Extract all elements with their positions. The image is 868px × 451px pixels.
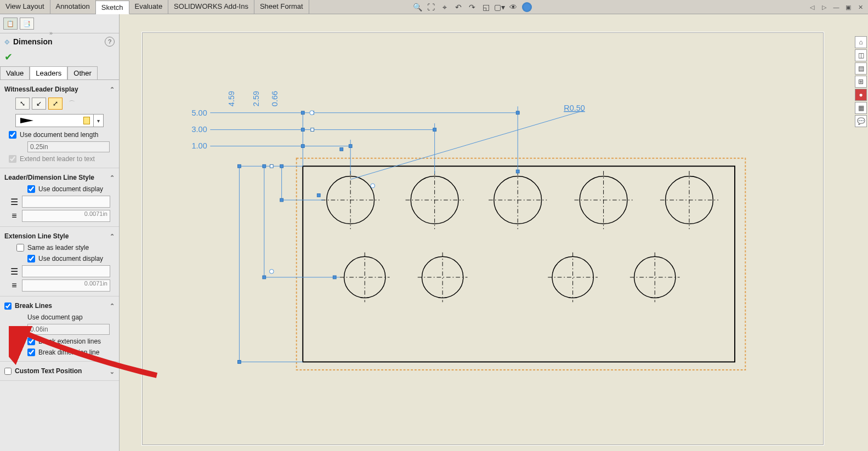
dim-5[interactable]: 5.00 bbox=[192, 109, 207, 117]
lineweight-icon: ≡ bbox=[9, 210, 20, 221]
zoom-area-icon[interactable]: ⛶ bbox=[425, 1, 437, 13]
rotate-icon[interactable]: ↶ bbox=[452, 1, 464, 13]
use-doc-gap-checkbox[interactable]: Use document gap bbox=[4, 312, 115, 323]
ext-lineweight-select: 0.0071in bbox=[22, 279, 110, 292]
bend-length-checkbox[interactable]: Use document bend length bbox=[4, 129, 115, 140]
help-icon[interactable]: ? bbox=[105, 37, 115, 47]
panel-title: Dimension bbox=[13, 37, 101, 46]
dim-v459[interactable]: 4.59 bbox=[227, 91, 236, 106]
svg-rect-53 bbox=[263, 276, 266, 279]
config-tree-icon[interactable]: 📑 bbox=[20, 18, 34, 30]
section-ext-style-header[interactable]: Extension Line Style⌃ bbox=[4, 230, 115, 242]
property-manager: » 📋 📑 ⟐ Dimension ? ✔ Value Leaders Othe… bbox=[0, 14, 120, 451]
section-view-icon[interactable]: ◱ bbox=[480, 1, 492, 13]
custom-props-icon[interactable]: ▦ bbox=[855, 102, 867, 114]
svg-rect-0 bbox=[297, 158, 746, 370]
svg-point-65 bbox=[269, 269, 274, 273]
ok-icon[interactable]: ✔ bbox=[0, 50, 119, 64]
view-palette-icon[interactable]: ⊞ bbox=[855, 76, 867, 88]
svg-rect-54 bbox=[280, 164, 283, 168]
linetype-select bbox=[22, 196, 110, 208]
svg-rect-55 bbox=[280, 198, 283, 202]
drawing-view: 5.00 3.00 1.00 R0.50 4.59 2.59 0.66 bbox=[142, 32, 824, 445]
panel-sub-tabs: Value Leaders Other bbox=[0, 66, 119, 80]
break-ext-checkbox[interactable]: Break extension lines bbox=[4, 336, 115, 347]
extend-bent-checkbox: Extend bent leader to text bbox=[4, 153, 115, 164]
minimize-icon[interactable]: — bbox=[831, 2, 842, 13]
library-icon[interactable]: ◫ bbox=[855, 49, 867, 61]
ext-linetype-select bbox=[22, 265, 110, 277]
same-as-leader-checkbox[interactable]: Same as leader style bbox=[4, 242, 115, 253]
section-leader-style-header[interactable]: Leader/Dimension Line Style⌃ bbox=[4, 172, 115, 184]
dim-r[interactable]: R0.50 bbox=[564, 104, 585, 112]
dimension-icon: ⟐ bbox=[4, 37, 10, 47]
svg-rect-45 bbox=[516, 111, 519, 115]
svg-rect-57 bbox=[317, 193, 320, 197]
hide-show-icon[interactable]: 👁 bbox=[507, 1, 519, 13]
section-custom-text-header[interactable]: Custom Text Position⌃ bbox=[4, 365, 115, 377]
svg-rect-60 bbox=[311, 128, 314, 132]
zoom-select-icon[interactable]: ⌖ bbox=[439, 1, 451, 13]
bend-length-field bbox=[27, 141, 110, 152]
feature-tree-icon[interactable]: 📋 bbox=[3, 18, 18, 30]
dim-v259[interactable]: 2.59 bbox=[252, 91, 260, 106]
subtab-leaders[interactable]: Leaders bbox=[30, 66, 67, 79]
dim-1[interactable]: 1.00 bbox=[192, 141, 207, 150]
lineweight-select: 0.0071in bbox=[22, 210, 110, 222]
forum-icon[interactable]: 💬 bbox=[855, 115, 867, 127]
resources-icon[interactable]: ▤ bbox=[855, 62, 867, 75]
section-break-lines-header[interactable]: Break Lines⌃ bbox=[4, 300, 115, 312]
svg-rect-52 bbox=[263, 164, 266, 168]
svg-rect-46 bbox=[301, 128, 304, 132]
tab-sheet-format[interactable]: Sheet Format bbox=[254, 0, 309, 14]
svg-rect-49 bbox=[349, 145, 352, 148]
subtab-other[interactable]: Other bbox=[67, 66, 98, 79]
leader-use-doc-checkbox[interactable]: Use document display bbox=[4, 184, 115, 195]
expand-handle-icon[interactable]: » bbox=[49, 30, 53, 36]
drawing-canvas[interactable]: 5.00 3.00 1.00 R0.50 4.59 2.59 0.66 ⌂ ◫ … bbox=[120, 14, 868, 451]
ext-linetype-icon: ☰ bbox=[9, 266, 20, 277]
window-controls: ◁ ▷ — ▣ ✕ bbox=[807, 0, 866, 14]
ext-use-doc-checkbox[interactable]: Use document display bbox=[4, 253, 115, 264]
svg-rect-48 bbox=[301, 145, 304, 148]
display-style-icon[interactable]: ▢▾ bbox=[493, 1, 506, 13]
viewport-toolbar: 🔍 ⛶ ⌖ ↶ ↷ ◱ ▢▾ 👁 bbox=[411, 0, 533, 14]
window-prev-icon[interactable]: ◁ bbox=[807, 2, 818, 13]
leader-none-icon[interactable]: ⤢ bbox=[48, 98, 63, 110]
drawing-sheet: 5.00 3.00 1.00 R0.50 4.59 2.59 0.66 bbox=[141, 32, 824, 446]
appearance-icon[interactable] bbox=[521, 1, 533, 13]
tab-evaluate[interactable]: Evaluate bbox=[129, 0, 169, 14]
arrow-style-select[interactable]: ▾ bbox=[15, 114, 104, 127]
svg-rect-58 bbox=[333, 276, 336, 279]
ext-lineweight-icon: ≡ bbox=[9, 280, 20, 291]
dim-3[interactable]: 3.00 bbox=[192, 125, 207, 134]
tab-addins[interactable]: SOLIDWORKS Add-Ins bbox=[168, 0, 254, 14]
tab-view-layout[interactable]: View Layout bbox=[0, 0, 50, 14]
redo-view-icon[interactable]: ↷ bbox=[466, 1, 478, 13]
restore-icon[interactable]: ▣ bbox=[843, 2, 854, 13]
section-witness-header[interactable]: Witness/Leader Display⌃ bbox=[4, 83, 115, 95]
svg-rect-62 bbox=[516, 170, 519, 173]
leader-bent-icon[interactable]: ↙ bbox=[32, 98, 46, 110]
zoom-fit-icon[interactable]: 🔍 bbox=[411, 1, 423, 13]
task-pane-tabs: ⌂ ◫ ▤ ⊞ ● ▦ 💬 bbox=[855, 36, 867, 127]
appearances-icon[interactable]: ● bbox=[855, 89, 867, 101]
leader-arc-icon: ⌒ bbox=[65, 98, 79, 110]
sidebar-tab-icons: 📋 📑 bbox=[0, 14, 119, 33]
tab-annotation[interactable]: Annotation bbox=[50, 0, 96, 14]
break-dim-checkbox[interactable]: Break dimension line bbox=[4, 347, 115, 358]
svg-rect-51 bbox=[238, 361, 241, 364]
linetype-icon: ☰ bbox=[9, 196, 20, 207]
svg-point-63 bbox=[310, 111, 314, 115]
svg-rect-44 bbox=[301, 111, 304, 115]
leader-angled-icon[interactable]: ⤡ bbox=[15, 98, 30, 110]
subtab-value[interactable]: Value bbox=[0, 66, 30, 79]
home-icon[interactable]: ⌂ bbox=[855, 36, 867, 48]
close-icon[interactable]: ✕ bbox=[855, 2, 866, 13]
dim-v066[interactable]: 0.66 bbox=[270, 91, 279, 106]
svg-rect-1 bbox=[303, 166, 735, 362]
gap-field bbox=[27, 324, 110, 335]
window-next-icon[interactable]: ▷ bbox=[819, 2, 830, 13]
svg-rect-47 bbox=[433, 128, 436, 132]
tab-sketch[interactable]: Sketch bbox=[96, 1, 129, 14]
